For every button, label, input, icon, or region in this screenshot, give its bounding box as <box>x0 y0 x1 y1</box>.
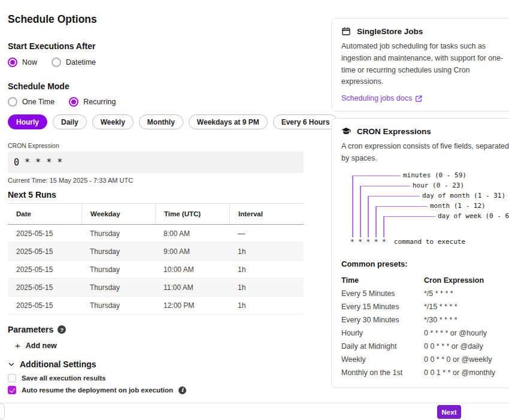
preset-time: Every 5 Minutes <box>341 289 424 298</box>
table-row: 2025-05-15 Thursday 11:00 AM 1h <box>8 279 304 297</box>
cell-time: 8:00 AM <box>155 229 229 238</box>
plus-icon: + <box>15 342 20 350</box>
table-row: 2025-05-15 Thursday 9:00 AM 1h <box>8 243 304 261</box>
radio-unselected-icon <box>8 97 17 107</box>
presets-table: Time Cron Expression Every 5 Minutes */5… <box>341 274 508 379</box>
radio-recurring-label: Recurring <box>83 98 116 106</box>
help-icon[interactable]: ? <box>57 325 66 334</box>
next-runs-table: Date Weekday Time (UTC) Interval 2025-05… <box>8 203 304 315</box>
cell-date: 2025-05-15 <box>8 265 81 274</box>
table-row: 2025-05-15 Thursday 10:00 AM 1h <box>8 261 304 279</box>
chip-hourly[interactable]: Hourly <box>8 114 47 129</box>
preset-time: Hourly <box>341 329 424 337</box>
presets-row: Hourly 0 * * * * or @hourly <box>341 327 508 340</box>
cron-card-title: CRON Expressions <box>357 127 431 136</box>
diagram-line <box>368 196 420 197</box>
parameters-title: Parameters <box>8 325 53 334</box>
chip-every-6-hours[interactable]: Every 6 Hours <box>273 114 338 129</box>
footer-bar: Next <box>0 403 509 420</box>
jobs-card-title: SingleStore Jobs <box>357 27 423 36</box>
docs-link-label: Scheduling jobs docs <box>341 94 412 102</box>
start-after-radio-group: Now Datetime <box>8 58 304 67</box>
jobs-card-description: Automated job scheduling for tasks such … <box>341 41 509 88</box>
preset-time: Weekly <box>341 355 424 364</box>
additional-settings-toggle[interactable]: Additional Settings <box>8 359 96 369</box>
next-button[interactable]: Next <box>437 405 461 419</box>
radio-selected-icon <box>8 58 17 67</box>
radio-one-time[interactable]: One Time <box>8 97 54 107</box>
singlestore-jobs-card: SingleStore Jobs Automated job schedulin… <box>331 18 509 111</box>
add-new-button[interactable]: + Add new <box>15 342 57 350</box>
add-new-label: Add new <box>26 342 57 350</box>
cell-interval: 1h <box>229 283 304 292</box>
radio-one-time-label: One Time <box>22 98 54 106</box>
radio-now[interactable]: Now <box>8 58 37 67</box>
radio-selected-icon <box>69 97 78 107</box>
diagram-line <box>352 176 401 177</box>
chip-daily[interactable]: Daily <box>53 114 87 129</box>
next-runs-heading: Next 5 Runs <box>8 190 304 200</box>
diagram-label-hour: hour (0 - 23) <box>413 182 464 189</box>
diagram-label-day-of-week: day of week (0 - 6) <box>438 213 509 220</box>
col-date: Date <box>8 204 81 224</box>
table-header-row: Date Weekday Time (UTC) Interval <box>8 204 304 225</box>
cron-fields-diagram: minutes (0 - 59) hour (0 - 23) day of mo… <box>341 172 508 251</box>
chip-monthly[interactable]: Monthly <box>139 114 183 129</box>
cell-weekday: Thursday <box>81 283 155 292</box>
chip-weekdays-9pm[interactable]: Weekdays at 9 PM <box>189 114 268 129</box>
cell-date: 2025-05-15 <box>8 229 81 238</box>
preset-time: Every 30 Minutes <box>341 316 424 324</box>
col-interval: Interval <box>229 204 304 224</box>
diagram-label-day-of-month: day of month (1 - 31) <box>422 192 505 200</box>
clipped-edge-element <box>0 403 5 419</box>
schedule-options-page: Schedule Options Start Executions After … <box>0 0 509 420</box>
cell-date: 2025-05-15 <box>8 283 81 292</box>
radio-now-label: Now <box>22 58 37 67</box>
checkbox-checked-icon <box>8 386 16 394</box>
preset-cron: */15 * * * * <box>424 303 508 311</box>
diagram-line <box>383 216 435 217</box>
radio-recurring[interactable]: Recurring <box>69 97 116 107</box>
main-panel: Schedule Options Start Executions After … <box>8 0 304 394</box>
checkbox-save-results[interactable]: Save all execution results <box>8 374 106 382</box>
additional-settings-title: Additional Settings <box>20 359 96 369</box>
presets-row: Every 5 Minutes */5 * * * * <box>341 287 508 300</box>
diagram-command-line: * * * * * command to execute <box>350 238 465 246</box>
diagram-line <box>360 186 361 237</box>
col-time-utc: Time (UTC) <box>155 204 229 224</box>
diagram-line <box>368 196 369 237</box>
parameters-heading: Parameters ? <box>8 325 304 334</box>
presets-header-row: Time Cron Expression <box>341 274 508 287</box>
cell-weekday: Thursday <box>81 301 155 310</box>
presets-col-cron: Cron Expression <box>424 276 508 285</box>
page-title: Schedule Options <box>8 13 304 26</box>
checkbox-auto-resume-label: Auto resume the deployment on job execut… <box>22 386 173 394</box>
external-link-icon <box>415 95 423 102</box>
cron-expression-input[interactable] <box>8 152 304 173</box>
presets-row: Daily at Midnight 0 0 * * * or @daily <box>341 340 508 353</box>
presets-row: Weekly 0 0 * * 0 or @weekly <box>341 353 508 366</box>
preset-cron: 0 * * * * or @hourly <box>424 329 508 337</box>
diagram-line <box>375 206 377 237</box>
presets-row: Every 30 Minutes */30 * * * * <box>341 313 508 327</box>
info-icon[interactable]: i <box>178 386 186 394</box>
preset-cron: 0 0 * * 0 or @weekly <box>424 355 508 364</box>
checkbox-auto-resume[interactable]: Auto resume the deployment on job execut… <box>8 386 186 394</box>
cell-interval: 1h <box>229 265 304 274</box>
diagram-label-minutes: minutes (0 - 59) <box>403 172 466 179</box>
cell-time: 9:00 AM <box>155 247 229 256</box>
chip-weekly[interactable]: Weekly <box>92 114 134 129</box>
checkbox-unchecked-icon <box>8 374 16 382</box>
checkbox-save-results-label: Save all execution results <box>22 374 106 382</box>
preset-cron: */5 * * * * <box>424 289 508 298</box>
diagram-label-month: month (1 - 12) <box>430 203 486 210</box>
current-time-text: Current Time: 15 May 2025 - 7:33 AM UTC <box>8 177 304 184</box>
cell-interval: 1h <box>229 301 304 310</box>
scheduling-jobs-docs-link[interactable]: Scheduling jobs docs <box>341 94 423 102</box>
presets-row: Monthly on the 1st 0 0 1 * * or @monthly <box>341 366 508 379</box>
cell-weekday: Thursday <box>81 247 155 256</box>
diagram-line <box>352 176 353 237</box>
radio-datetime[interactable]: Datetime <box>51 58 96 67</box>
table-row: 2025-05-15 Thursday 8:00 AM — <box>8 225 304 243</box>
graduation-cap-icon <box>341 126 351 136</box>
